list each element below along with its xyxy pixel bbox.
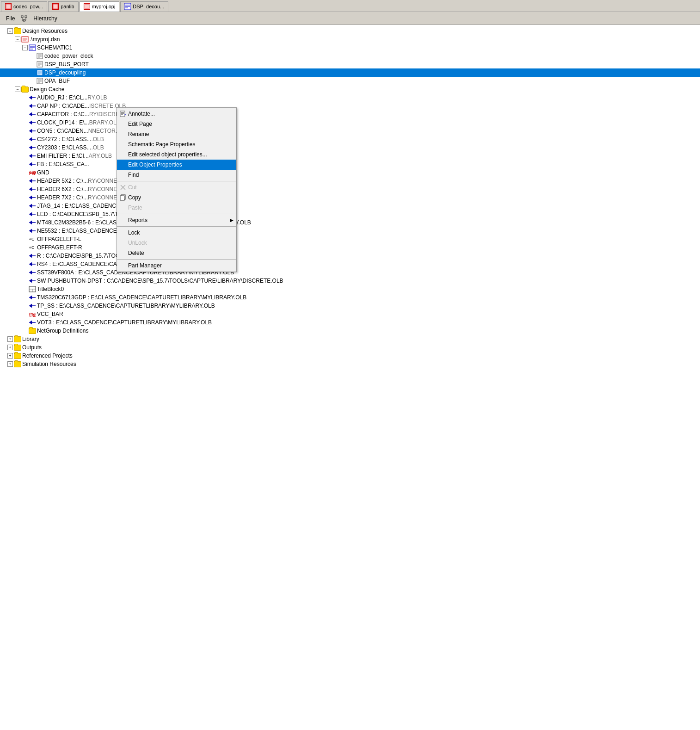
tab-codec-label: codec_pow... <box>13 4 43 9</box>
cache-gnd-label: GND <box>37 169 49 176</box>
page-dsp-decoupling-label: DSP_decoupling <box>44 69 86 76</box>
tree-cache-con5[interactable]: CON5 : C:\CADEN... NNECTOR.OLB <box>0 127 700 135</box>
tab-panlib[interactable]: panlib <box>48 1 78 12</box>
svg-rect-34 <box>37 62 43 67</box>
tree-cache-cs4272[interactable]: CS4272 : E:\CLASS... .OLB <box>0 135 700 143</box>
folder-netgroup-icon <box>29 327 36 334</box>
expand-outputs[interactable]: + <box>7 345 13 350</box>
page-codec-icon <box>36 52 43 60</box>
tree-cache-jtag14[interactable]: JTAG_14 : E:\CLASS_CADENCE\CAPTURETLIBRA… <box>0 202 700 210</box>
cache-cs4272-suffix: .OLB <box>91 136 104 142</box>
tree-cache-capacitor[interactable]: CAPACITOR : C:\C... RY\DISCRETE.OLB <box>0 110 700 118</box>
tree-cache-tpss[interactable]: TP_SS : E:\CLASS_CADENCE\CAPTURETLIBRARY… <box>0 302 700 310</box>
file-menu-button[interactable]: File <box>2 14 19 23</box>
cache-header5x2-label: HEADER 5X2 : C:\... <box>37 178 88 184</box>
menu-item-unlock[interactable]: UnLock <box>117 238 236 248</box>
component-vot3-icon <box>29 319 36 326</box>
expand-myproj-dsn[interactable]: − <box>15 37 20 42</box>
tree-cache-rs4[interactable]: RS4 : E:\CLASS_CADENCE\CAPTURETLIBRARY\M… <box>0 260 700 268</box>
tab-dsp[interactable]: DSP_decou... <box>120 1 168 12</box>
tree-cache-fb[interactable]: FB : E:\CLASS_CA... <box>0 160 700 168</box>
cut-icon <box>119 184 127 191</box>
menu-item-edit-selected-obj-props[interactable]: Edit selected object properties... <box>117 149 236 160</box>
tree-cache-led[interactable]: LED : C:\CADENCE\SPB_15.7\TOOLS\CAPTURE\… <box>0 210 700 218</box>
tree-simulation-resources[interactable]: + Simulation Resources <box>0 360 700 368</box>
expand-referenced-projects[interactable]: + <box>7 353 13 359</box>
tree-cache-sw-pushbutton[interactable]: SW PUSHBUTTON-DPST : C:\CADENCE\SPB_15.7… <box>0 277 700 285</box>
menu-item-lock[interactable]: Lock <box>117 228 236 238</box>
menu-item-edit-object-props[interactable]: Edit Object Properties <box>117 160 236 170</box>
menu-item-reports[interactable]: Reports <box>117 215 236 225</box>
menu-item-edit-page[interactable]: Edit Page <box>117 119 236 129</box>
tree-outputs[interactable]: + Outputs <box>0 343 700 352</box>
component-mt48lc-icon <box>29 219 36 226</box>
tab-dsp-icon <box>124 3 131 10</box>
menu-item-annotate[interactable]: ? Annotate... <box>117 109 236 119</box>
tree-design-cache[interactable]: − Design Cache <box>0 85 700 93</box>
tree-page-opa-buf[interactable]: OPA_BUF <box>0 77 700 85</box>
menu-item-delete[interactable]: Delete <box>117 248 236 258</box>
tree-cache-header7x2[interactable]: HEADER 7X2 : C:\... RY\CONNECTOR.OLB <box>0 193 700 202</box>
tree-cache-audio-rj[interactable]: AUDIO_RJ : E:\CL... RY.OLB <box>0 93 700 102</box>
titleblock-icon <box>29 285 36 293</box>
tree-cache-titleblock[interactable]: TitleBlock0 <box>0 285 700 293</box>
tree-cache-ne5532[interactable]: NE5532 : E:\CLASS_CADENCE\CAPTURETLIBRAR… <box>0 227 700 235</box>
cache-titleblock-label: TitleBlock0 <box>37 286 64 292</box>
tree-page-dsp-bus[interactable]: DSP_BUS_PORT <box>0 60 700 68</box>
component-sst39vf-icon <box>29 269 36 276</box>
tree-library[interactable]: + Library <box>0 335 700 343</box>
expand-simulation-resources[interactable]: + <box>7 361 13 367</box>
tree-referenced-projects[interactable]: + Referenced Projects <box>0 352 700 360</box>
menu-item-find[interactable]: Find <box>117 170 236 180</box>
expand-design-resources[interactable]: − <box>7 28 13 34</box>
svg-text:GND: GND <box>29 314 36 317</box>
tree-cache-cy2303[interactable]: CY2303 : E:\CLASS... .OLB <box>0 143 700 152</box>
tree-cache-header5x2[interactable]: HEADER 5X2 : C:\... RY\CONNECTOR.OLB <box>0 177 700 185</box>
folder-design-cache-icon <box>21 86 29 93</box>
component-clock-dip14-icon <box>29 119 36 126</box>
expand-schematic1[interactable]: − <box>22 45 28 50</box>
expand-design-cache[interactable]: − <box>15 87 20 92</box>
tree-cache-mt48lc[interactable]: MT48LC2M32B2B5-6 : E:\CLASS_CADENCE\CAPT… <box>0 218 700 227</box>
hierarchy-menu-button[interactable]: Hierarchy <box>29 14 61 23</box>
tree-cache-offpageleft-l[interactable]: «C OFFPAGELEFT-L <box>0 235 700 243</box>
expand-library[interactable]: + <box>7 336 13 342</box>
tree-design-resources[interactable]: − Design Resources <box>0 27 700 35</box>
tree-cache-emi-filter[interactable]: EMI FILTER : E:\CI... ARY.OLB <box>0 152 700 160</box>
tree-cache-clock-dip14[interactable]: CLOCK_DIP14 : E\... BRARY.OLB <box>0 118 700 127</box>
menu-item-part-manager[interactable]: Part Manager <box>117 260 236 271</box>
menu-annotate-label: Annotate... <box>128 111 155 117</box>
component-sw-pushbutton-icon <box>29 277 36 285</box>
tree-myproj-dsn[interactable]: − .\myproj.dsn <box>0 35 700 43</box>
referenced-projects-label: Referenced Projects <box>22 353 73 359</box>
tab-myproj[interactable]: myproj.opj <box>80 1 120 12</box>
menu-item-copy[interactable]: Copy <box>117 192 236 203</box>
tree-cache-sst39vf[interactable]: SST39VF800A : E:\CLASS_CADENCE\CAPTURETL… <box>0 268 700 277</box>
tree-cache-header6x2[interactable]: HEADER 6X2 : C:\... RY\CONNECTOR.OLB <box>0 185 700 193</box>
menu-item-cut[interactable]: Cut <box>117 182 236 192</box>
tree-page-codec[interactable]: codec_power_clock <box>0 52 700 60</box>
tree-cache-vcc-bar[interactable]: PWR GND VCC_BAR <box>0 310 700 318</box>
no-expand-dspbus <box>30 62 35 67</box>
tree-cache-vot3[interactable]: VOT3 : E:\CLASS_CADENCE\CAPTURETLIBRARY\… <box>0 318 700 327</box>
menu-item-rename[interactable]: Rename <box>117 129 236 139</box>
tree-schematic1[interactable]: − SCHEMATIC1 <box>0 43 700 52</box>
menu-item-paste[interactable]: Paste <box>117 203 236 213</box>
tab-codec[interactable]: codec_pow... <box>1 1 47 12</box>
svg-rect-44 <box>37 78 43 84</box>
svg-marker-51 <box>29 104 32 108</box>
tree-cache-cap-np[interactable]: CAP NP : C:\CADE... ISCRETE.OLB <box>0 102 700 110</box>
tree-cache-gnd[interactable]: PWR GND GND <box>0 168 700 177</box>
tree-cache-tms320[interactable]: TMS320C6713GDP : E:\CLASS_CADENCE\CAPTUR… <box>0 293 700 302</box>
cache-cy2303-label: CY2303 : E:\CLASS... <box>37 144 91 151</box>
menu-item-schematic-page-props[interactable]: Schematic Page Properties <box>117 139 236 149</box>
tree-cache-r[interactable]: R : C:\CADENCE\SPB_15.7\TOOLS\CAPTURE\LI… <box>0 252 700 260</box>
cache-vcc-bar-label: VCC_BAR <box>37 311 63 317</box>
component-audio-rj-icon <box>29 94 36 101</box>
menu-part-manager-label: Part Manager <box>128 262 162 269</box>
svg-marker-69 <box>29 179 32 183</box>
tree-cache-offpageleft-r[interactable]: «C OFFPAGELEFT-R <box>0 243 700 252</box>
cache-tms320-label: TMS320C6713GDP : E:\CLASS_CADENCE\CAPTUR… <box>37 294 246 301</box>
tree-netgroup-defs[interactable]: NetGroup Definitions <box>0 327 700 335</box>
tree-page-dsp-decoupling[interactable]: DSP_decoupling <box>0 68 700 77</box>
